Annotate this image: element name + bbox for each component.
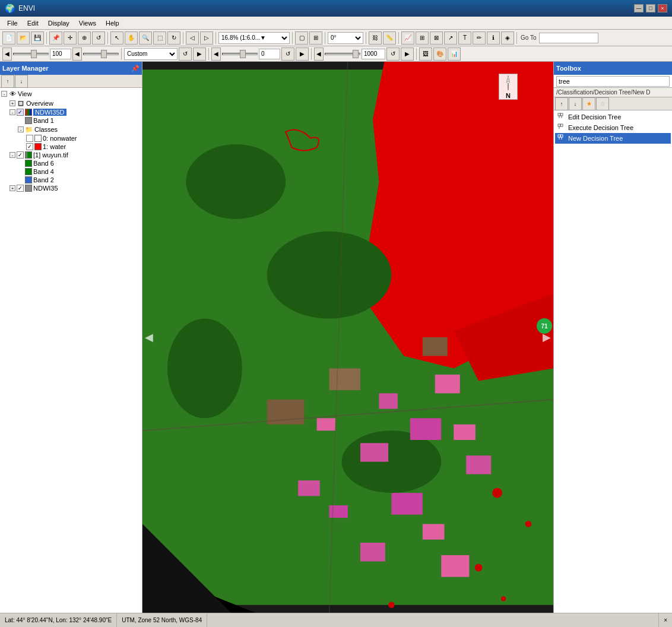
- tree-node-wuyun[interactable]: - [1] wuyun.tif: [1, 151, 141, 159]
- back-button[interactable]: ◁: [186, 31, 199, 45]
- save-button[interactable]: 💾: [31, 31, 44, 45]
- image-chip[interactable]: 🖼: [419, 48, 432, 61]
- toolbox-unstar-btn[interactable]: ☆: [596, 97, 609, 110]
- toolbox-item-edit[interactable]: Edit Decision Tree: [555, 112, 671, 122]
- open-button[interactable]: 📂: [17, 31, 30, 45]
- new-button[interactable]: 📄: [2, 31, 15, 45]
- custom-select[interactable]: Custom: [124, 48, 177, 60]
- check-class1[interactable]: [26, 143, 33, 150]
- crosshair-button[interactable]: ✛: [64, 31, 77, 45]
- profile-button[interactable]: 📈: [401, 31, 414, 45]
- toolbox-down-btn[interactable]: ↓: [569, 97, 582, 110]
- minimize-button[interactable]: —: [634, 4, 644, 12]
- toolbox-item-execute[interactable]: Execute Decision Tree: [555, 122, 671, 133]
- status-close[interactable]: ×: [659, 613, 672, 627]
- info-btn[interactable]: ℹ: [487, 31, 500, 45]
- layer-manager-pin-icon[interactable]: 📌: [131, 65, 140, 72]
- reset-contrast[interactable]: ◀: [72, 48, 82, 61]
- color-map[interactable]: 🎨: [433, 48, 446, 61]
- pin-button[interactable]: 📌: [49, 31, 62, 45]
- menu-edit[interactable]: Edit: [23, 18, 43, 28]
- map-viewport[interactable]: N ◀ ▶ 71: [142, 62, 553, 613]
- check-wuyun[interactable]: [17, 151, 24, 159]
- title-controls[interactable]: — □ ×: [634, 4, 667, 12]
- ruler-button[interactable]: 📏: [383, 31, 396, 45]
- tree-node-view[interactable]: - 👁 View: [1, 89, 141, 99]
- gamma-refresh[interactable]: ↺: [386, 48, 400, 61]
- layer-up-btn[interactable]: ↑: [1, 75, 14, 88]
- select-button[interactable]: ↺: [92, 31, 105, 45]
- goto-input[interactable]: [539, 33, 598, 43]
- expand-overview[interactable]: +: [9, 100, 15, 106]
- zoom-in-button[interactable]: 🔍: [139, 31, 152, 45]
- rotate-button[interactable]: ↻: [167, 31, 180, 45]
- sharpen-apply[interactable]: ▶: [296, 48, 309, 61]
- gamma-thumb[interactable]: [353, 50, 359, 58]
- tree-node-ndwi35d[interactable]: - NDWI35D: [1, 108, 141, 116]
- text-btn[interactable]: T: [458, 31, 471, 45]
- tree-node-band2[interactable]: Band 2: [1, 176, 141, 184]
- zoom-full[interactable]: ⊞: [309, 31, 322, 45]
- brightness-input[interactable]: [50, 49, 71, 59]
- contrast-thumb[interactable]: [101, 50, 107, 58]
- maximize-button[interactable]: □: [646, 4, 655, 12]
- sharpen-thumb[interactable]: [240, 50, 246, 58]
- expand-ndwi35d[interactable]: -: [9, 109, 15, 115]
- toolbox-star-btn[interactable]: ★: [582, 97, 595, 110]
- arrow-select[interactable]: ↖: [110, 31, 123, 45]
- gamma-apply[interactable]: ▶: [401, 48, 414, 61]
- rotate-select[interactable]: 0°: [328, 32, 363, 44]
- gamma-input[interactable]: [362, 49, 385, 59]
- reset-gamma[interactable]: ◀: [314, 48, 324, 61]
- toolbox-up-btn[interactable]: ↑: [555, 97, 568, 110]
- zoom-rect[interactable]: ⬚: [153, 31, 166, 45]
- scatter-button[interactable]: ⊞: [416, 31, 429, 45]
- expand-ndwi35[interactable]: +: [9, 185, 15, 191]
- svg-rect-21: [298, 480, 320, 496]
- title-bar: 🌍 ENVI — □ ×: [0, 0, 672, 17]
- zoom-select[interactable]: 16.8% (1:6.0...▼: [218, 32, 290, 44]
- tree-node-band4[interactable]: Band 4: [1, 167, 141, 176]
- sharpen-input[interactable]: [259, 49, 280, 59]
- tree-node-overview[interactable]: + 🔲 Overview: [1, 99, 141, 108]
- toolbox-search-input[interactable]: [556, 76, 670, 87]
- reset-brightness[interactable]: ◀: [2, 48, 12, 61]
- annotate-btn[interactable]: ✏: [473, 31, 486, 45]
- tree-node-band6[interactable]: Band 6: [1, 159, 141, 167]
- classify-btn[interactable]: ⊠: [430, 31, 443, 45]
- check-ndwi35d[interactable]: [17, 109, 24, 116]
- expand-classes[interactable]: -: [18, 126, 24, 132]
- apply-button[interactable]: ▶: [193, 48, 206, 61]
- roi-btn[interactable]: ◈: [501, 31, 514, 45]
- map-left-arrow[interactable]: ◀: [145, 331, 153, 344]
- layer-down-btn[interactable]: ↓: [15, 75, 28, 88]
- vector-btn[interactable]: ↗: [444, 31, 457, 45]
- link-button[interactable]: ⛓: [369, 31, 382, 45]
- reset-sharpen[interactable]: ◀: [211, 48, 221, 61]
- pan-button[interactable]: ✋: [125, 31, 138, 45]
- close-button[interactable]: ×: [658, 4, 667, 12]
- ndwi35d-label[interactable]: NDWI35D: [33, 109, 66, 116]
- zoom-fit[interactable]: ▢: [295, 31, 308, 45]
- tree-node-class0[interactable]: 0: nonwater: [1, 134, 141, 142]
- histogram-btn[interactable]: 📊: [448, 48, 461, 61]
- expand-view[interactable]: -: [1, 91, 7, 97]
- menu-views[interactable]: Views: [74, 18, 101, 28]
- tree-node-ndwi35[interactable]: + NDWI35: [1, 184, 141, 192]
- toolbox-item-new[interactable]: New Decision Tree: [555, 133, 671, 144]
- tree-node-class1[interactable]: 1: water: [1, 142, 141, 151]
- sharpen-refresh[interactable]: ↺: [281, 48, 294, 61]
- menu-display[interactable]: Display: [43, 18, 74, 28]
- brightness-thumb[interactable]: [31, 50, 37, 58]
- menu-file[interactable]: File: [2, 18, 23, 28]
- expand-wuyun[interactable]: -: [9, 152, 15, 158]
- menu-help[interactable]: Help: [101, 18, 124, 28]
- refresh-button[interactable]: ↺: [179, 48, 192, 61]
- check-ndwi35[interactable]: [17, 185, 24, 192]
- tree-node-band1[interactable]: Band 1: [1, 116, 141, 125]
- tree-node-classes[interactable]: - 📁 Classes: [1, 125, 141, 134]
- zoom-home-button[interactable]: ⊕: [78, 31, 91, 45]
- check-class0[interactable]: [26, 135, 33, 142]
- close-icon[interactable]: ×: [664, 617, 667, 623]
- forward-button[interactable]: ▷: [200, 31, 213, 45]
